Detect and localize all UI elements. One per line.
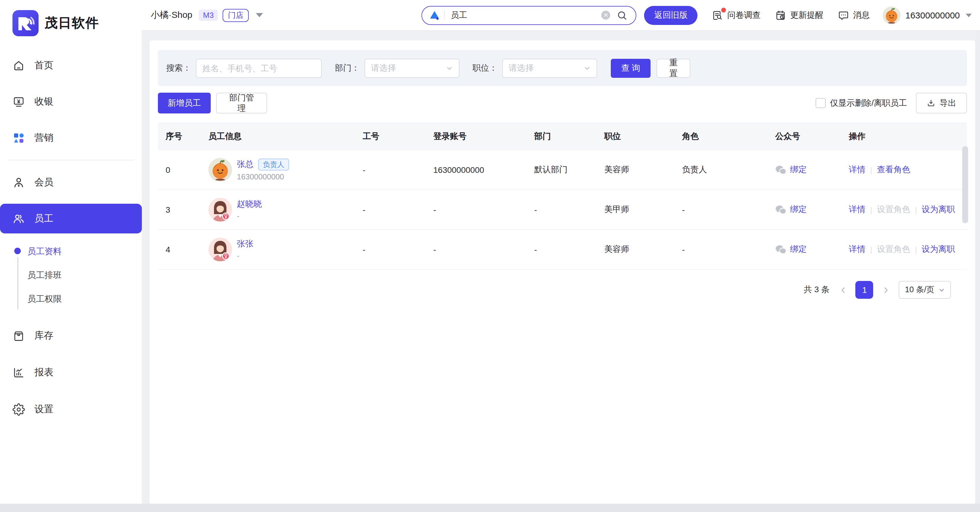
clear-search-icon[interactable]: ✕ [601,11,610,19]
submenu-item-staff-permission[interactable]: 员工权限 [0,287,142,311]
col-employee-info: 员工信息 [208,131,363,142]
table-scrollbar-thumb[interactable] [962,146,968,223]
col-index: 序号 [165,131,208,142]
tangerine-avatar [208,158,232,182]
table-row: 0 张总 负责人 16300000000 - 16300000000 默认部门 … [158,150,967,190]
pagination: 共 3 条 1 10 条/页 [158,281,967,299]
submenu-item-staff-profile[interactable]: 员工资料 [0,239,142,263]
chevron-down-icon [939,287,945,293]
wechat-bind-link[interactable]: 绑定 [790,164,807,175]
store-badge: 门店 [223,9,249,22]
cashier-icon [13,95,25,108]
action-link[interactable]: 详情 [849,164,865,175]
sidebar-item-settings[interactable]: 设置 [0,396,142,422]
inventory-icon [13,329,25,342]
sidebar-item-report[interactable]: 报表 [0,359,142,386]
sidebar-item-inventory[interactable]: 库存 [0,322,142,349]
update-menu-item[interactable]: 更新提醒 [775,9,823,21]
search-input[interactable]: 员工 [450,10,601,21]
dept-select[interactable]: 请选择 [364,59,460,78]
action-divider: | [915,245,917,254]
message-icon [838,9,850,21]
sidebar-item-label: 营销 [34,132,53,144]
position-select[interactable]: 请选择 [502,59,597,78]
toolbar: 新增员工 部门管理 仅显示删除/离职员工 导出 [158,93,967,113]
col-account: 登录账号 [433,131,534,142]
sidebar-item-member[interactable]: 会员 [0,169,142,195]
wechat-icon [775,165,786,175]
dept-select-placeholder: 请选择 [371,63,396,73]
update-label: 更新提醒 [790,10,823,21]
sidebar-item-label: 会员 [34,176,53,188]
page-scrollbar-track[interactable] [975,31,980,512]
dept-cell: 默认部门 [534,164,604,175]
wechat-bind-link[interactable]: 绑定 [790,244,807,255]
sidebar-item-label: 报表 [34,366,53,379]
submenu-item-staff-schedule[interactable]: 员工排班 [0,263,142,287]
action-link[interactable]: 查看角色 [877,164,910,175]
action-divider: | [915,205,917,214]
update-reminder-icon [775,9,786,21]
position-cell: 美容师 [604,164,682,175]
dept-manage-button[interactable]: 部门管理 [216,93,267,113]
wechat-bind-link[interactable]: 绑定 [790,204,807,215]
sidebar-item-home[interactable]: 首页 [0,52,142,78]
employee-name-link[interactable]: 张张 [237,239,253,249]
col-position: 职位 [604,131,682,142]
shop-name[interactable]: 小橘·Shop [151,10,192,21]
survey-menu-item[interactable]: 问卷调查 [712,9,760,21]
user-avatar [883,6,900,24]
col-wechat: 公众号 [775,131,849,142]
export-button[interactable]: 导出 [916,93,967,113]
employee-name-link[interactable]: 张总 [237,159,253,170]
action-link[interactable]: 设置角色 [877,204,910,215]
employee-sub-text: 16300000000 [237,172,289,181]
prev-page-icon[interactable] [838,285,848,295]
sidebar-item-cashier[interactable]: 收银 [0,88,142,115]
reset-button[interactable]: 重 置 [657,59,690,78]
action-divider: | [870,166,872,174]
total-count: 共 3 条 [804,284,829,295]
message-label: 消息 [853,10,870,21]
survey-label: 问卷调查 [727,10,760,21]
brand-logo: 茂日软件 [13,10,142,36]
employee-name-link[interactable]: 赵晓晓 [237,199,262,210]
search-filter-label: 搜索： [166,63,191,73]
report-icon [13,366,25,379]
chevron-down-icon [446,64,453,72]
only-deleted-checkbox[interactable] [816,98,826,108]
action-link[interactable]: 详情 [849,204,865,215]
keyword-input[interactable] [196,59,322,78]
global-search[interactable]: 员工 ✕ [422,6,636,25]
active-dot-icon [14,248,21,254]
sidebar-nav: 首页 收银 营销 会员 [0,52,142,422]
action-link[interactable]: 详情 [849,244,865,255]
page-size-select[interactable]: 10 条/页 [899,281,951,299]
sidebar-item-staff[interactable]: 员工 [0,204,142,233]
brand-logo-icon [13,10,38,36]
col-role: 角色 [682,131,775,142]
account-menu[interactable]: 16300000000 [883,6,972,24]
settings-icon [13,403,25,415]
sidebar-item-marketing[interactable]: 营销 [0,125,142,151]
staff-submenu: 员工资料 员工排班 员工权限 [0,239,142,311]
wechat-cell: 绑定 [775,244,849,255]
next-page-icon[interactable] [881,285,891,295]
dept-filter-label: 部门： [335,63,360,73]
col-actions: 操作 [849,131,967,142]
query-button[interactable]: 查 询 [611,59,651,78]
message-menu-item[interactable]: 消息 [838,9,870,21]
female-avatar [208,198,232,222]
action-link[interactable]: 设置角色 [877,244,910,255]
page-size-value: 10 条/页 [905,284,934,295]
table-body: 0 张总 负责人 16300000000 - 16300000000 默认部门 … [158,150,967,270]
page-button-1[interactable]: 1 [856,281,873,299]
search-icon[interactable] [617,10,627,21]
notification-dot [721,8,726,12]
survey-icon [712,9,724,21]
add-employee-button[interactable]: 新增员工 [158,93,211,113]
shop-dropdown-caret-icon[interactable] [256,13,263,17]
action-link[interactable]: 设为离职 [922,204,955,215]
back-to-old-button[interactable]: 返回旧版 [644,6,697,25]
action-link[interactable]: 设为离职 [922,244,955,255]
